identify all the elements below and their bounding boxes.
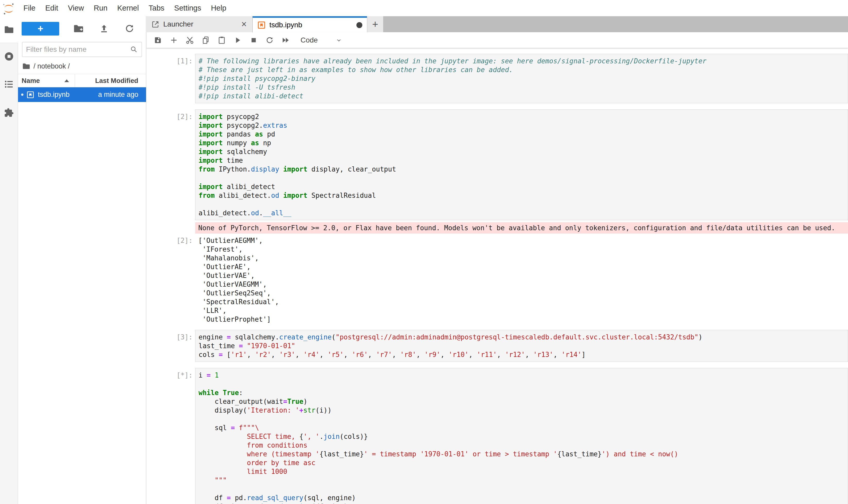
save-icon [154, 36, 162, 44]
paste-icon [217, 36, 226, 44]
copy-icon [201, 36, 210, 44]
code-editor[interactable]: # The following libraries have already b… [195, 54, 848, 103]
upload-button[interactable] [98, 22, 110, 35]
copy-button[interactable] [201, 35, 211, 45]
code-editor[interactable]: engine = sqlalchemy.create_engine("postg… [195, 330, 848, 362]
notebook-file-icon [26, 91, 35, 99]
chevron-down-icon [335, 37, 343, 44]
cell-input-area: [3]:engine = sqlalchemy.create_engine("p… [157, 330, 848, 362]
input-prompt: [3]: [157, 330, 195, 342]
menu-settings[interactable]: Settings [169, 0, 206, 16]
restart-icon [265, 36, 274, 44]
cut-button[interactable] [185, 35, 195, 45]
cell-input-area: [2]:import psycopg2 import psycopg2.extr… [157, 109, 848, 220]
paste-button[interactable] [217, 35, 227, 45]
code-editor[interactable]: import psycopg2 import psycopg2.extras i… [195, 109, 848, 220]
file-row-selected[interactable]: tsdb.ipynb a minute ago [18, 87, 146, 102]
run-all-button[interactable] [281, 35, 291, 45]
sidebar-tab-extensions[interactable] [0, 107, 18, 118]
cell-input-area: [*]:i = 1 while True: clear_output(wait=… [157, 368, 848, 504]
launcher-icon [151, 20, 160, 29]
menu-bar: FileEditViewRunKernelTabsSettingsHelp [0, 0, 848, 16]
stop-button[interactable] [249, 35, 259, 45]
file-filter-input[interactable]: Filter files by name [22, 42, 142, 57]
insert-cell-button[interactable] [169, 35, 179, 45]
menu-tabs[interactable]: Tabs [144, 0, 169, 16]
notebook-toolbar: Code [146, 32, 848, 48]
restart-kernel-button[interactable] [265, 35, 275, 45]
code-text: engine = sqlalchemy.create_engine("postg… [199, 333, 848, 359]
tab-label: tsdb.ipynb [269, 21, 356, 29]
notebook-cells: [1]:# The following libraries have alrea… [157, 54, 848, 504]
file-filter-placeholder: Filter files by name [26, 45, 130, 54]
tab-label: Launcher [163, 20, 240, 28]
new-tab-button[interactable]: + [367, 16, 383, 32]
menu-kernel[interactable]: Kernel [112, 0, 144, 16]
running-kernel-dot-icon [21, 93, 23, 96]
column-header-name[interactable]: Name [18, 74, 75, 87]
file-browser-toolbar: + [18, 16, 146, 41]
tab-tsdb-notebook[interactable]: tsdb.ipynb [253, 16, 367, 32]
file-browser-panel: + Filter files by name [18, 16, 146, 504]
sidebar-tab-filebrowser[interactable] [0, 16, 18, 43]
input-prompt: [*]: [157, 368, 195, 380]
menu-help[interactable]: Help [206, 0, 231, 16]
new-launcher-button[interactable]: + [22, 22, 59, 36]
running-kernels-icon [4, 51, 14, 62]
tab-bar: Launcher × tsdb.ipynb + [146, 16, 848, 32]
input-prompt: [2]: [157, 109, 195, 121]
output-prompt: [2]: [157, 234, 195, 245]
output-text: ['OutlierAEGMM', 'IForest', 'Mahalanobis… [195, 234, 848, 324]
plus-icon: + [38, 24, 43, 34]
code-editor[interactable]: i = 1 while True: clear_output(wait=True… [195, 368, 848, 504]
file-name: tsdb.ipynb [38, 91, 70, 98]
code-cell[interactable]: [3]:engine = sqlalchemy.create_engine("p… [157, 330, 848, 362]
menu-edit[interactable]: Edit [40, 0, 63, 16]
breadcrumb[interactable]: / notebook / [18, 57, 146, 74]
run-button[interactable] [233, 35, 243, 45]
sidebar-tab-running[interactable] [0, 51, 18, 62]
cell-type-dropdown-arrow[interactable] [334, 35, 344, 45]
plus-icon [169, 36, 178, 44]
code-cell[interactable]: [*]:i = 1 while True: clear_output(wait=… [157, 368, 848, 504]
jupyter-logo-icon [3, 3, 15, 15]
cell-input-area: [1]:# The following libraries have alrea… [157, 54, 848, 103]
breadcrumb-path: / notebook / [34, 62, 70, 70]
column-header-last-modified[interactable]: Last Modified [75, 77, 146, 85]
notebook-scroll-area[interactable]: [1]:# The following libraries have alrea… [146, 48, 848, 504]
menu-run[interactable]: Run [89, 0, 112, 16]
code-cell[interactable]: [1]:# The following libraries have alrea… [157, 54, 848, 103]
refresh-button[interactable] [123, 22, 136, 35]
tab-launcher[interactable]: Launcher × [146, 16, 253, 32]
notebook-icon [257, 21, 266, 29]
activity-bar [0, 16, 18, 504]
cut-icon [185, 36, 194, 44]
menubar-items: FileEditViewRunKernelTabsSettingsHelp [19, 0, 231, 16]
unsaved-changes-icon[interactable] [356, 22, 362, 28]
code-cell[interactable]: [2]:import psycopg2 import psycopg2.extr… [157, 109, 848, 324]
sort-ascending-icon [65, 79, 69, 82]
menu-view[interactable]: View [63, 0, 89, 16]
refresh-icon [124, 23, 135, 34]
cell-type-dropdown[interactable]: Code [301, 36, 318, 44]
code-text: import psycopg2 import psycopg2.extras i… [199, 112, 848, 217]
table-of-contents-icon [4, 79, 14, 90]
folder-icon [4, 24, 14, 35]
main-dock-panel: Launcher × tsdb.ipynb + [146, 16, 848, 504]
new-folder-button[interactable] [72, 22, 85, 35]
search-icon [130, 45, 138, 54]
output-pre: ['OutlierAEGMM', 'IForest', 'Mahalanobis… [198, 236, 848, 324]
sidebar-tab-toc[interactable] [0, 79, 18, 90]
input-prompt: [1]: [157, 54, 195, 66]
upload-icon [99, 23, 109, 34]
stderr-warning: None of PyTorch, TensorFlow >= 2.0, or F… [195, 222, 848, 234]
run-icon [233, 36, 242, 44]
stop-icon [249, 36, 258, 44]
close-icon[interactable]: × [240, 20, 248, 29]
file-modified: a minute ago [70, 91, 146, 98]
code-text: i = 1 while True: clear_output(wait=True… [199, 371, 848, 504]
code-text: # The following libraries have already b… [199, 57, 848, 101]
save-button[interactable] [153, 35, 163, 45]
menu-file[interactable]: File [19, 0, 40, 16]
extensions-puzzle-icon [4, 107, 14, 118]
